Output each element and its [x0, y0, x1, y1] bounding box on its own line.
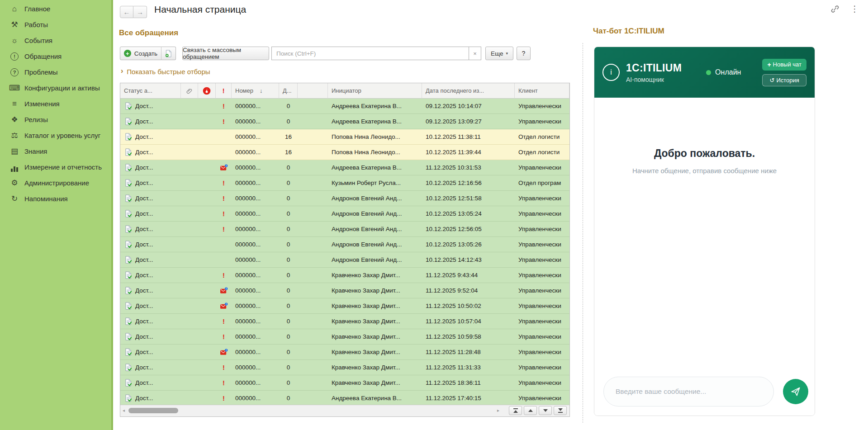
new-chat-button[interactable]: + Новый чат — [762, 59, 806, 71]
table-row[interactable]: Дост... ! 000000... 0 Андронов Евгений А… — [120, 206, 569, 222]
table-row[interactable]: Дост... ! 000000... 0 Андреева Екатерина… — [120, 114, 569, 129]
help-button[interactable]: ? — [517, 47, 531, 60]
request-number: 000000... — [232, 114, 279, 129]
d-value: 0 — [279, 252, 298, 268]
tools-icon: ⚒ — [9, 20, 19, 29]
previous-row-button[interactable] — [524, 406, 537, 415]
table-row[interactable]: Дост... ! 000000... 0 Кравченко Захар Дм… — [120, 298, 569, 314]
back-button[interactable]: ← — [120, 6, 133, 18]
request-number: 000000... — [232, 129, 279, 145]
table-row[interactable]: Дост... ! 000000... 0 Андронов Евгений А… — [120, 222, 569, 237]
status-text: Дост... — [135, 149, 153, 156]
sidebar-item-label: Каталог и уровень услуг — [24, 132, 100, 139]
puzzle-icon: ❖ — [9, 115, 19, 124]
go-last-row-button[interactable] — [554, 406, 567, 415]
col-client[interactable]: Клиент — [515, 83, 569, 99]
table-row[interactable]: Дост... ! 000000... 0 Кравченко Захар Дм… — [120, 329, 569, 345]
col-initiator[interactable]: Инициатор — [328, 83, 422, 99]
d-value: 0 — [279, 160, 298, 175]
col-exclamation[interactable]: ! — [216, 83, 232, 99]
client: Управленчески — [515, 391, 569, 406]
info-icon[interactable]: i — [602, 64, 620, 81]
table-row[interactable]: Дост... ! 000000... 0 Кравченко Захар Дм… — [120, 283, 569, 298]
go-first-row-button[interactable] — [509, 406, 522, 415]
col-number[interactable]: Номер ↓ — [232, 83, 279, 99]
col-d[interactable]: Д... — [279, 83, 298, 99]
client: Управленчески — [515, 206, 569, 222]
message-input[interactable] — [604, 387, 773, 396]
next-row-button[interactable] — [539, 406, 552, 415]
col-attachment[interactable] — [181, 83, 198, 99]
table-row[interactable]: Дост... ! 000000... 0 Андреева Екатерина… — [120, 99, 569, 114]
create-button-label: Создать — [134, 50, 157, 57]
quick-filters-link[interactable]: › Показать быстрые отборы — [121, 67, 210, 76]
more-button-label: Еще — [491, 50, 503, 57]
request-number: 000000... — [232, 298, 279, 314]
panel-splitter[interactable] — [583, 43, 583, 423]
request-number: 000000... — [232, 375, 279, 391]
create-copy-button[interactable] — [161, 47, 176, 60]
more-button[interactable]: Еще ▾ — [485, 47, 513, 60]
table-row[interactable]: Дост... ! 000000... 0 Кравченко Захар Дм… — [120, 345, 569, 360]
sidebar-item-znaniya[interactable]: ▤ Знания — [0, 143, 111, 159]
scroll-right-icon[interactable]: ▸ — [497, 408, 499, 413]
col-fire[interactable] — [198, 83, 216, 99]
scrollbar-thumb[interactable] — [128, 408, 178, 413]
history-clock-icon: ↺ — [770, 77, 775, 84]
sidebar-item-problemy[interactable]: ? Проблемы — [0, 64, 111, 80]
forward-button[interactable]: → — [133, 6, 147, 18]
sidebar-item-raboty[interactable]: ⚒ Работы — [0, 17, 111, 33]
d-value: 0 — [279, 191, 298, 206]
d-value: 0 — [279, 206, 298, 222]
section-title: Все обращения — [119, 28, 178, 38]
table-row[interactable]: Дост... ! 000000... 0 Андронов Евгений А… — [120, 191, 569, 206]
sidebar-item-konfiguracii[interactable]: ⌨ Конфигурации и активы — [0, 80, 111, 96]
sidebar-item-obrashcheniya[interactable]: ! Обращения — [0, 48, 111, 64]
table-row[interactable]: Дост... ! 000000... 0 Андреева Екатерина… — [120, 160, 569, 175]
link-icon[interactable] — [830, 5, 840, 14]
table-row[interactable]: Дост... ! 000000... 0 Андронов Евгений А… — [120, 237, 569, 252]
chevron-down-icon: ▾ — [506, 51, 508, 56]
table-row[interactable]: Дост... ! 000000... 0 Кравченко Захар Дм… — [120, 360, 569, 375]
table-header: Статус а... ! Номер ↓ Д... Инициатор Дат… — [120, 83, 569, 99]
table-row[interactable]: Дост... ! 000000... 0 Кравченко Захар Дм… — [120, 375, 569, 391]
paper-plane-icon — [790, 386, 802, 397]
search-clear-button[interactable]: × — [469, 47, 481, 60]
table-row[interactable]: Дост... ! 000000... 0 Кравченко Захар Дм… — [120, 268, 569, 283]
history-button[interactable]: ↺ История — [762, 74, 806, 86]
search-input[interactable] — [271, 47, 469, 60]
table-row[interactable]: Дост... ! 000000... 16 Попова Нина Леони… — [120, 129, 569, 145]
sidebar-item-relizy[interactable]: ❖ Релизы — [0, 112, 111, 128]
sidebar-item-glavnoe[interactable]: ⌂ Главное — [0, 1, 111, 17]
sidebar-item-izmeneniya[interactable]: ≡ Изменения — [0, 96, 111, 112]
sidebar-item-katalog[interactable]: ⚖ Каталог и уровень услуг — [0, 128, 111, 143]
chat-card: i 1C:ITILIUM AI-помощник Онлайн + Новый … — [594, 47, 815, 416]
client: Управленчески — [515, 237, 569, 252]
send-button[interactable] — [783, 379, 808, 404]
exclamation-marker-icon: ! — [223, 333, 225, 340]
last-change-date: 11.12.2025 17:40:15 — [422, 391, 515, 406]
sidebar-item-sobytiya[interactable]: ☼ События — [0, 33, 111, 48]
status-text: Дост... — [135, 349, 153, 355]
table-row[interactable]: Дост... ! 000000... 0 Кравченко Захар Дм… — [120, 314, 569, 329]
table-row[interactable]: Дост... ! 000000... 16 Попова Нина Леони… — [120, 145, 569, 160]
paperclip-icon — [186, 87, 193, 95]
status-text: Дост... — [135, 395, 153, 402]
kebab-menu-icon[interactable]: ⋮ — [850, 5, 859, 14]
exclamation-marker-icon: ! — [223, 364, 225, 371]
scroll-left-icon[interactable]: ◂ — [123, 408, 125, 413]
col-last-change-date[interactable]: Дата последнего из... — [422, 83, 515, 99]
sidebar-item-izmerenie[interactable]: Измерение и отчетность — [0, 159, 111, 175]
status-text: Дост... — [135, 302, 153, 309]
sidebar-item-administrirovanie[interactable]: ⚙ Администрирование — [0, 175, 111, 191]
table-row[interactable]: Дост... ! 000000... 0 Кузьмин Роберт Рус… — [120, 175, 569, 191]
table-row[interactable]: Дост... ! 000000... 0 Андреева Екатерина… — [120, 391, 569, 406]
sidebar-item-napominaniya[interactable]: ↻ Напоминания — [0, 191, 111, 207]
initiator: Попова Нина Леонидо... — [328, 129, 422, 145]
status-delivered-icon — [125, 179, 132, 187]
create-button[interactable]: + Создать — [120, 47, 161, 60]
col-status[interactable]: Статус а... — [120, 83, 181, 99]
link-mass-request-button[interactable]: Связать с массовым обращением — [182, 47, 269, 60]
client: Управленчески — [515, 252, 569, 268]
table-row[interactable]: Дост... ! 000000... 0 Андронов Евгений А… — [120, 252, 569, 268]
